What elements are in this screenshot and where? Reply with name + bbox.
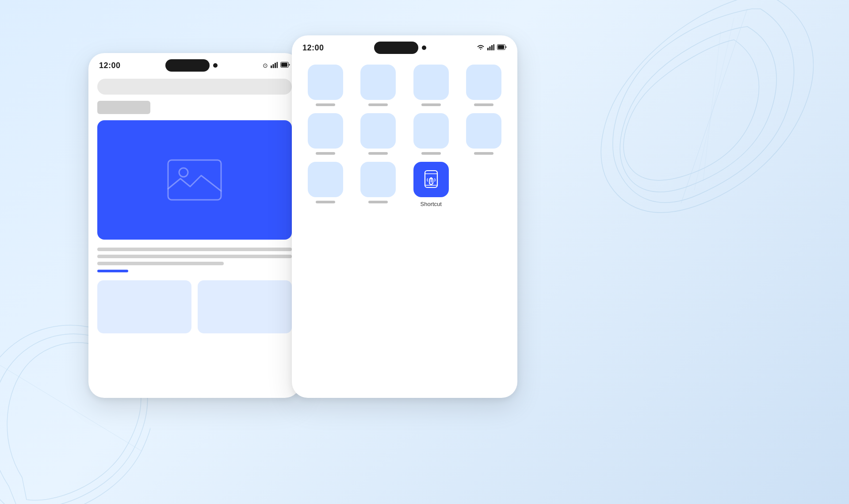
svg-rect-14 xyxy=(491,45,493,50)
app-icon-r2c3 xyxy=(413,113,449,149)
app-label-r1c1 xyxy=(316,103,335,106)
app-item-r3c4 xyxy=(461,162,507,207)
image-icon xyxy=(164,156,226,204)
app-icon-r1c4 xyxy=(466,65,501,100)
phone-back-body xyxy=(88,75,301,337)
app-icon-r1c1 xyxy=(308,65,343,100)
app-icon-r1c3 xyxy=(413,65,449,100)
app-label-r3c1 xyxy=(316,201,335,203)
app-label-r1c2 xyxy=(368,103,388,106)
battery-icon-front xyxy=(497,44,507,51)
app-item-r2c2[interactable] xyxy=(356,113,402,155)
wifi-icon-back: ⊙ xyxy=(263,62,268,69)
status-icons-back: ⊙ xyxy=(263,62,290,69)
text-line-2 xyxy=(97,255,292,258)
app-label-r2c1 xyxy=(316,152,335,155)
battery-icon-back xyxy=(280,62,290,69)
app-item-r2c3[interactable] xyxy=(408,113,454,155)
signal-icon-back xyxy=(271,62,278,69)
app-label-r1c3 xyxy=(421,103,441,106)
shortcut-app-label: Shortcut xyxy=(421,201,442,207)
app-item-r2c1[interactable] xyxy=(302,113,348,155)
dynamic-island-front xyxy=(374,42,418,54)
shortcut-app-icon xyxy=(413,162,449,197)
app-item-r3c2[interactable] xyxy=(356,162,402,207)
app-icon-r2c2 xyxy=(360,113,396,149)
hero-image-back xyxy=(97,120,292,240)
text-line-1 xyxy=(97,248,292,251)
status-center-front xyxy=(374,42,426,54)
shortcut-icon-svg xyxy=(420,168,443,191)
time-front: 12:00 xyxy=(302,43,324,53)
phone-mockup-front: 12:00 xyxy=(292,35,517,398)
svg-rect-6 xyxy=(275,63,276,68)
app-icon-r3c2 xyxy=(360,162,396,197)
main-container: 12:00 ⊙ xyxy=(0,0,849,504)
app-item-r2c4[interactable] xyxy=(461,113,507,155)
app-icon-r1c2 xyxy=(360,65,396,100)
app-item-r1c1[interactable] xyxy=(302,65,348,106)
svg-rect-17 xyxy=(498,45,504,49)
app-item-r1c2[interactable] xyxy=(356,65,402,106)
progress-bar-back xyxy=(97,270,128,272)
svg-point-11 xyxy=(179,168,188,177)
svg-rect-7 xyxy=(276,62,278,68)
app-item-r1c3[interactable] xyxy=(408,65,454,106)
status-center-back xyxy=(165,59,218,72)
svg-rect-4 xyxy=(271,65,272,68)
app-label-r3c2 xyxy=(368,201,388,203)
signal-icon-front xyxy=(487,44,494,52)
svg-rect-5 xyxy=(272,64,274,68)
camera-dot-back xyxy=(213,63,218,68)
dynamic-island-back xyxy=(165,59,210,72)
app-item-r1c4[interactable] xyxy=(461,65,507,106)
app-icon-r3c1 xyxy=(308,162,343,197)
svg-rect-15 xyxy=(493,44,494,50)
app-icon-r2c1 xyxy=(308,113,343,149)
time-back: 12:00 xyxy=(99,61,121,70)
status-bar-back: 12:00 ⊙ xyxy=(88,53,301,75)
card-row-back xyxy=(97,280,292,333)
app-label-r1c4 xyxy=(474,103,493,106)
wifi-icon-front xyxy=(477,44,485,52)
app-grid-container: Shortcut xyxy=(292,57,517,211)
svg-rect-12 xyxy=(487,48,489,50)
svg-rect-10 xyxy=(168,160,221,200)
search-bar-back[interactable] xyxy=(97,79,292,95)
app-item-r3c1[interactable] xyxy=(302,162,348,207)
status-bar-front: 12:00 xyxy=(292,35,517,57)
camera-dot-front xyxy=(422,46,426,50)
app-grid: Shortcut xyxy=(302,65,507,207)
app-label-r2c3 xyxy=(421,152,441,155)
card-1-back xyxy=(97,280,191,333)
app-icon-r2c4 xyxy=(466,113,501,149)
status-icons-front xyxy=(477,44,507,52)
phone-mockup-back: 12:00 ⊙ xyxy=(88,53,301,398)
svg-rect-13 xyxy=(489,46,490,50)
label-placeholder-back xyxy=(97,101,150,114)
app-item-shortcut[interactable]: Shortcut xyxy=(408,162,454,207)
app-label-r2c4 xyxy=(474,152,493,155)
card-2-back xyxy=(198,280,292,333)
svg-rect-9 xyxy=(281,63,287,67)
app-label-r2c2 xyxy=(368,152,388,155)
text-line-3 xyxy=(97,262,224,265)
